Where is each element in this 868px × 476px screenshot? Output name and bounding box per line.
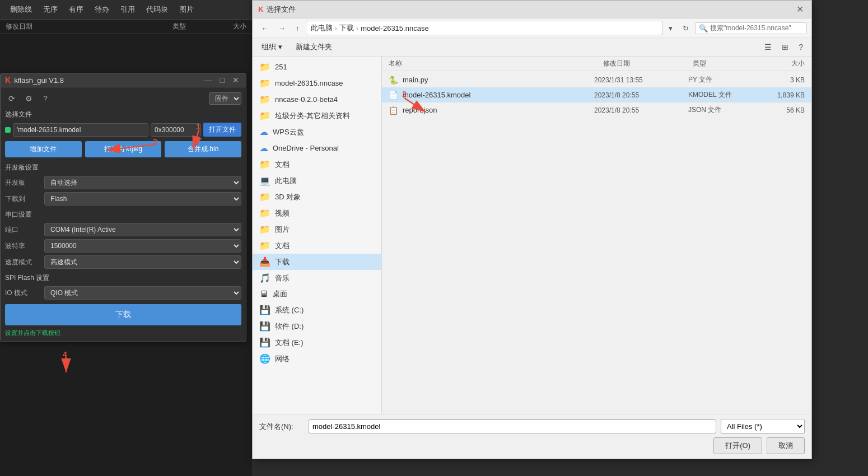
download-btn[interactable]: 下载 (5, 304, 241, 325)
filename-row: 文件名(N): All Files (*) (259, 419, 805, 434)
toolbar-unordered[interactable]: 无序 (38, 2, 63, 17)
filetype-dropdown[interactable]: All Files (*) (721, 419, 805, 434)
toolbar-codeblock[interactable]: 代码块 (141, 2, 174, 17)
board-row: 开发板 自动选择 (5, 176, 241, 189)
left-item-drive-c[interactable]: 💾 系统 (C:) (253, 302, 381, 318)
open-file-btn[interactable]: 打开文件 (203, 123, 241, 137)
filename-input[interactable] (309, 419, 716, 433)
file-item-mainpy[interactable]: 🐍 main.py 2023/1/31 13:55 PY 文件 3 KB (382, 72, 811, 87)
refresh-icon[interactable]: ⟳ (5, 92, 18, 105)
left-item-garbage[interactable]: 📁 垃圾分类-其它相关资料 (253, 108, 381, 124)
search-icon: 🔍 (699, 24, 708, 32)
left-item-nncase[interactable]: 📁 model-26315.nncase (253, 75, 381, 91)
file-date-kmodel: 2023/1/8 20:55 (594, 91, 684, 99)
help-icon[interactable]: ? (39, 92, 52, 105)
file-item-json[interactable]: 📋 report.json 2023/1/8 20:55 JSON 文件 56 … (382, 102, 811, 118)
file-item-kmodel[interactable]: 📄 model-26315.kmodel 2023/1/8 20:55 KMOD… (382, 87, 811, 102)
cloud-icon-onedrive: ☁ (259, 143, 268, 153)
left-item-label-pictures: 图片 (275, 225, 290, 235)
baud-dropdown[interactable]: 1500000 (44, 239, 241, 253)
addr-input[interactable] (151, 123, 201, 137)
left-item-docs2[interactable]: 📁 文档 (253, 237, 381, 254)
dialog-nav: ← → ↑ 此电脑 › 下载 › model-26315.nncase ▾ ↻ … (253, 18, 811, 38)
view-list-btn[interactable]: ☰ (760, 40, 776, 54)
settings-icon[interactable]: ⚙ (22, 92, 35, 105)
folder-icon-desktop: 🖥 (259, 289, 268, 299)
firmware-dropdown[interactable]: 固件 (209, 92, 241, 105)
breadcrumb-folder[interactable]: model-26315.nncase (361, 24, 428, 32)
baud-label: 波特率 (5, 241, 44, 251)
left-item-music[interactable]: 🎵 音乐 (253, 270, 381, 286)
port-dropdown[interactable]: COM4 (Intel(R) Active (44, 223, 241, 236)
left-item-network[interactable]: 🌐 网络 (253, 351, 381, 367)
dialog-close-btn[interactable]: ✕ (794, 4, 806, 15)
io-dropdown[interactable]: QIO 模式 (44, 286, 241, 300)
folder-icon-downloads: 📥 (259, 256, 270, 267)
nav-refresh-btn[interactable]: ↻ (679, 22, 693, 35)
minimize-btn[interactable]: — (202, 76, 214, 85)
download-to-dropdown[interactable]: Flash (44, 192, 241, 206)
maximize-btn[interactable]: □ (218, 76, 227, 85)
merge-btn[interactable]: 合并成.bin (165, 141, 241, 157)
left-item-video[interactable]: 📁 视频 (253, 205, 381, 221)
breadcrumb-computer[interactable]: 此电脑 (311, 23, 333, 33)
filename-label: 文件名(N): (259, 422, 304, 432)
folder-icon-docs1: 📁 (259, 159, 270, 170)
toolbar-todo[interactable]: 待办 (89, 2, 115, 17)
spi-settings: SPI Flash 设置 IO 模式 QIO 模式 (5, 273, 241, 300)
view-grid-btn[interactable]: ⊞ (778, 40, 792, 54)
file-icon-mainpy: 🐍 (389, 76, 398, 85)
left-item-nncase-beta[interactable]: 📁 nncase-0.2.0-beta4 (253, 91, 381, 108)
search-box[interactable]: 🔍 (695, 22, 807, 34)
dialog-body: 📁 251 📁 model-26315.nncase 📁 nncase-0.2.… (253, 57, 811, 414)
nav-back-btn[interactable]: ← (257, 22, 272, 35)
left-item-wps[interactable]: ☁ WPS云盘 (253, 124, 381, 140)
file-name-mainpy: main.py (403, 76, 590, 84)
file-path-input[interactable] (13, 123, 148, 137)
speed-dropdown[interactable]: 高速模式 (44, 255, 241, 269)
left-item-pictures[interactable]: 📁 图片 (253, 221, 381, 237)
left-item-drive-d[interactable]: 💾 软件 (D:) (253, 318, 381, 334)
dialog-logo: K (258, 5, 263, 13)
kflash-body: ⟳ ⚙ ? 固件 选择文件 打开文件 增加文件 打包为 kfpkg 合并成.bi… (1, 87, 246, 342)
nav-forward-btn[interactable]: → (274, 22, 290, 35)
left-item-label-garbage: 垃圾分类-其它相关资料 (275, 111, 350, 121)
pack-btn[interactable]: 打包为 kfpkg (85, 141, 162, 157)
drive-icon-c: 💾 (259, 305, 270, 315)
left-item-label-nncase: model-26315.nncase (275, 79, 343, 87)
left-item-drive-e[interactable]: 💾 文档 (E:) (253, 334, 381, 351)
breadcrumb-dropdown-btn[interactable]: ▾ (665, 22, 676, 35)
action-row: 增加文件 打包为 kfpkg 合并成.bin (5, 141, 241, 157)
folder-icon-garbage: 📁 (259, 110, 270, 121)
help-dialog-btn[interactable]: ? (795, 40, 807, 54)
dialog-ok-btn[interactable]: 打开(O) (713, 437, 762, 454)
toolbar-image[interactable]: 图片 (174, 2, 199, 17)
window-controls[interactable]: — □ ✕ (202, 76, 241, 85)
board-section-title: 开发板设置 (5, 163, 241, 172)
file-size-mainpy: 3 KB (760, 76, 805, 84)
organize-btn[interactable]: 组织 ▾ (257, 40, 287, 54)
file-name-kmodel: model-26315.kmodel (403, 91, 590, 99)
left-item-docs1[interactable]: 📁 文档 (253, 156, 381, 172)
left-item-downloads[interactable]: 📥 下载 (253, 254, 381, 270)
dialog-cancel-btn[interactable]: 取消 (767, 437, 805, 454)
left-item-3d[interactable]: 📁 3D 对象 (253, 189, 381, 205)
left-item-onedrive[interactable]: ☁ OneDrive - Personal (253, 140, 381, 156)
search-input[interactable] (710, 24, 803, 32)
left-item-label-docs1: 文档 (275, 160, 290, 170)
breadcrumb-downloads[interactable]: 下载 (339, 23, 354, 33)
toolbar-quote[interactable]: 引用 (115, 2, 141, 17)
toolbar-deleteline[interactable]: 删除线 (4, 2, 38, 17)
folder-icon-docs2: 📁 (259, 240, 270, 251)
folder-icon-nncase: 📁 (259, 78, 270, 88)
left-item-computer[interactable]: 💻 此电脑 (253, 172, 381, 189)
dialog-action-row: 打开(O) 取消 (259, 437, 805, 454)
add-file-btn[interactable]: 增加文件 (5, 141, 82, 157)
board-dropdown[interactable]: 自动选择 (44, 176, 241, 189)
close-btn[interactable]: ✕ (230, 76, 241, 85)
new-folder-btn[interactable]: 新建文件夹 (291, 40, 337, 54)
left-item-desktop[interactable]: 🖥 桌面 (253, 286, 381, 302)
left-item-251[interactable]: 📁 251 (253, 59, 381, 75)
toolbar-ordered[interactable]: 有序 (63, 2, 89, 17)
nav-up-btn[interactable]: ↑ (292, 22, 304, 35)
